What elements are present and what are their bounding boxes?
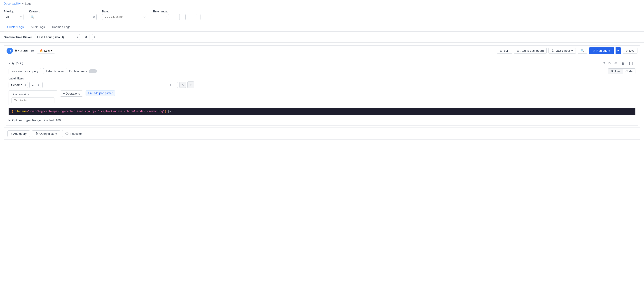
keyword-label: Keyword: (29, 10, 97, 13)
query-preview-equals: = (26, 110, 28, 113)
line-contains-box: Line contains (8, 90, 57, 105)
label-filter-row: filename = != =~ !~ /var/log/ceph/ops-lo… (8, 81, 636, 88)
split-button[interactable]: ⊞ Split (497, 48, 512, 54)
tab-cluster-logs[interactable]: Cluster Logs (4, 23, 27, 31)
grafana-info-button[interactable]: ℹ (92, 34, 97, 40)
live-button[interactable]: ▷ Live (623, 48, 638, 54)
time-range-label: Time range: (153, 10, 212, 13)
explore-compass-icon: ⊙ (6, 48, 13, 54)
time-range-filter-group: Time range: 00 : 00 — 23 : 59 (153, 10, 212, 20)
filter-value-input[interactable]: /var/log/ceph/ops-log-ceph-client.rgw.rg… (42, 82, 178, 88)
dashboard-icon: ⊞ (517, 49, 519, 52)
date-label: Date: (102, 10, 147, 13)
add-to-dashboard-label: Add to dashboard (520, 49, 544, 52)
time-picker-button[interactable]: ⏱ Last 1 hour ▾ (548, 48, 576, 54)
add-query-button[interactable]: + Add query (8, 130, 30, 137)
priority-filter-group: Priority: All Error Warning Info Debug (4, 10, 24, 20)
query-delete-button[interactable]: 🗑 (620, 61, 626, 66)
query-preview: {filename="/var/log/ceph/ops-log-ceph-cl… (8, 108, 636, 115)
loki-label: Loki (44, 49, 50, 52)
grafana-bar: Grafana Time Picker Last 1 hour (Default… (0, 31, 644, 43)
loki-icon: 🔥 (39, 49, 43, 52)
builder-code-switch: Builder Code (608, 68, 636, 74)
run-query-refresh-icon: ↺ (593, 49, 595, 52)
run-query-chevron: ▾ (617, 49, 619, 52)
filter-operator-select[interactable]: = != =~ !~ (29, 82, 41, 88)
query-copy-button[interactable]: ⧉ (608, 61, 612, 66)
keyword-input[interactable] (29, 14, 97, 20)
inspector-icon: ⓘ (66, 132, 68, 136)
query-history-icon: ⏱ (35, 132, 38, 135)
priority-select[interactable]: All Error Warning Info Debug (4, 14, 24, 20)
label-filters-heading: Label filters (8, 77, 636, 80)
time-to-minute[interactable]: 59 (200, 14, 212, 20)
line-contains-label: Line contains (12, 92, 54, 96)
time-to-hour[interactable]: 23 (186, 14, 197, 20)
kick-start-button[interactable]: Kick start your query (8, 68, 41, 74)
loki-datasource-button[interactable]: 🔥 Loki ▾ (37, 48, 55, 53)
label-browser-button[interactable]: Label browser (43, 68, 68, 74)
builder-mode-button[interactable]: Builder (608, 69, 622, 74)
date-clear-button[interactable]: ✕ (143, 15, 146, 19)
explore-share-button[interactable]: ⇄ (30, 48, 35, 54)
inspector-label: Inspector (70, 132, 82, 135)
time-from-minute[interactable]: 00 (168, 14, 180, 20)
text-to-find-input[interactable] (12, 97, 54, 103)
filter-add-button[interactable]: + (188, 81, 194, 88)
label-filters-section: Label filters filename = != =~ !~ (8, 77, 636, 88)
breadcrumb-app-link[interactable]: Observability (4, 2, 20, 5)
query-letter: A (12, 62, 14, 65)
options-chevron: ▶ (8, 119, 10, 122)
grafana-time-picker[interactable]: Last 1 hour (Default) Last 6 hours Last … (35, 34, 80, 40)
run-query-dropdown-button[interactable]: ▾ (616, 47, 621, 54)
hint-badge[interactable]: hint: add json parser (86, 90, 115, 96)
time-from-hour[interactable]: 00 (153, 14, 164, 20)
date-filter-group: Date: ✕ (102, 10, 147, 20)
filter-key-select[interactable]: filename (8, 82, 28, 88)
query-help-button[interactable]: ? (602, 61, 606, 66)
inspector-button[interactable]: ⓘ Inspector (62, 130, 85, 137)
keyword-clear-button[interactable]: ✕ (92, 15, 95, 19)
options-line-limit: Line limit: 1000 (43, 118, 62, 122)
bottom-actions: + Add query ⏱ Query history ⓘ Inspector (4, 127, 640, 139)
grafana-refresh-button[interactable]: ↺ (83, 34, 90, 40)
query-preview-value: "/var/log/ceph/ops-log-ceph-client.rgw.r… (28, 110, 164, 113)
priority-label: Priority: (4, 10, 24, 13)
filter-key-wrapper: filename (8, 82, 28, 88)
filter-remove-button[interactable]: ✕ (179, 82, 186, 88)
filters-bar: Priority: All Error Warning Info Debug K… (0, 7, 644, 23)
explain-toggle[interactable] (89, 69, 97, 73)
zoom-icon: 🔍 (580, 49, 584, 52)
search-icon: 🔍 (31, 15, 34, 19)
operations-button[interactable]: + Operations (60, 90, 83, 97)
query-more-button[interactable]: ⋮⋮ (627, 61, 636, 66)
date-input-wrapper: ✕ (102, 14, 147, 20)
tab-audit-logs[interactable]: Audit Logs (27, 23, 48, 31)
code-mode-button[interactable]: Code (623, 69, 635, 74)
zoom-button[interactable]: 🔍 (578, 48, 587, 54)
query-history-button[interactable]: ⏱ Query history (32, 130, 60, 137)
time-range-separator: — (181, 15, 184, 19)
options-row[interactable]: ▶ Options Type: Range Line limit: 1000 (8, 118, 636, 123)
priority-select-wrapper: All Error Warning Info Debug (4, 14, 24, 20)
explore-header: ⊙ Explore ⇄ 🔥 Loki ▾ ⊞ Split ⊞ Add to da… (4, 46, 640, 56)
tab-daemon-logs[interactable]: Daemon Logs (48, 23, 74, 31)
date-input[interactable] (102, 14, 147, 20)
query-actions: ? ⧉ 👁 🗑 ⋮⋮ (602, 61, 636, 66)
run-query-label: Run query (596, 49, 610, 52)
time-picker-chevron: ▾ (571, 49, 573, 52)
explore-panel: ⊙ Explore ⇄ 🔥 Loki ▾ ⊞ Split ⊞ Add to da… (4, 45, 640, 140)
options-type: Type: Range (24, 118, 41, 122)
split-icon: ⊞ (500, 49, 502, 52)
breadcrumb-current: Logs (25, 2, 31, 5)
query-collapse-button[interactable]: ▾ (8, 62, 10, 65)
query-section: ▾ A (Loki) ? ⧉ 👁 🗑 ⋮⋮ Kick start your qu… (6, 58, 638, 126)
options-label: Options (12, 118, 22, 122)
add-to-dashboard-button[interactable]: ⊞ Add to dashboard (514, 48, 547, 54)
query-eye-button[interactable]: 👁 (613, 61, 619, 66)
filter-operator-wrapper: = != =~ !~ (29, 82, 41, 88)
run-query-button[interactable]: ↺ Run query (589, 47, 614, 54)
query-tools: Kick start your query Label browser Expl… (8, 68, 636, 74)
query-history-label: Query history (40, 132, 57, 135)
time-colon-2: : (198, 15, 200, 19)
